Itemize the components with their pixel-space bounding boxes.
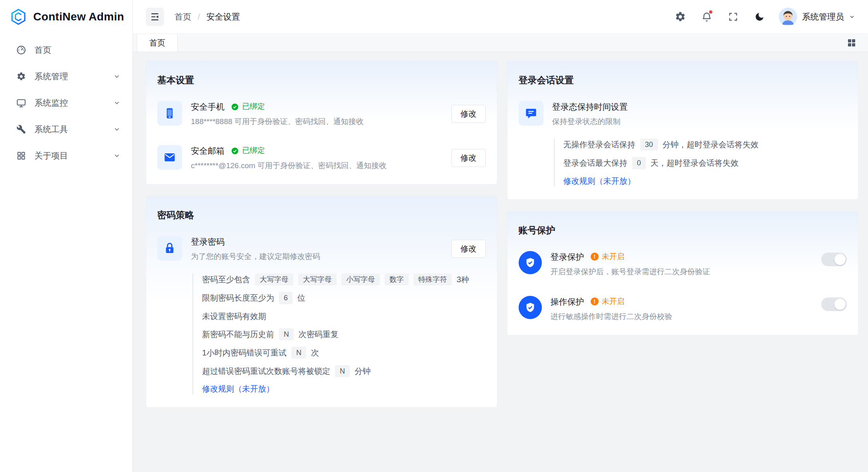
badge-label: 未开启 <box>602 296 625 307</box>
session-rule-max: 登录会话最大保持 0 天，超时登录会话将失效 <box>563 157 847 169</box>
row-title: 安全邮箱 已绑定 <box>191 145 443 157</box>
sidebar-item-about-project[interactable]: 关于项目 <box>0 143 132 169</box>
row-title: 操作保护 ! 未开启 <box>551 296 813 307</box>
chat-icon <box>519 101 543 126</box>
dark-mode-button[interactable] <box>752 10 767 24</box>
header-left: 首页 / 安全设置 <box>146 8 240 26</box>
chevron-down-icon <box>849 14 855 20</box>
item-title: 登录保护 <box>551 251 584 263</box>
breadcrumb-home[interactable]: 首页 <box>174 11 191 22</box>
app-title: ContiNew Admin <box>33 10 124 23</box>
rule-text: 登录会话最大保持 <box>563 157 627 169</box>
badge-label: 已绑定 <box>242 101 265 112</box>
item-title: 安全邮箱 <box>191 145 225 157</box>
breadcrumb: 首页 / 安全设置 <box>174 11 240 22</box>
rule-value-tag: 6 <box>279 292 293 304</box>
operation-protection-row: 操作保护 ! 未开启 进行敏感操作时需进行二次身份校验 <box>519 296 847 322</box>
grid-icon <box>16 151 26 161</box>
password-rule-expiry: 未设置密码有效期 <box>202 311 486 322</box>
rule-tag: 小写字母 <box>341 273 380 285</box>
menu-collapse-icon <box>150 12 160 22</box>
top-header: 首页 / 安全设置 <box>133 0 868 34</box>
card-title: 基本设置 <box>157 74 486 86</box>
bound-badge: 已绑定 <box>231 101 265 112</box>
modify-phone-button[interactable]: 修改 <box>451 105 486 123</box>
tab-actions-button[interactable] <box>846 37 858 49</box>
user-menu[interactable]: 系统管理员 <box>779 8 855 26</box>
notifications-button[interactable] <box>700 10 714 24</box>
sidebar-item-system-monitor[interactable]: 系统监控 <box>0 90 132 116</box>
row-body: 登录密码 为了您的账号安全，建议定期修改密码 <box>191 236 443 262</box>
sidebar-item-label: 首页 <box>34 44 51 56</box>
right-column: 登录会话设置 登录态保持时间设置 保持登录状态的限制 <box>507 61 859 335</box>
login-password-row: 登录密码 为了您的账号安全，建议定期修改密码 修改 <box>157 236 486 262</box>
bound-badge: 已绑定 <box>231 145 265 156</box>
security-phone-row: 安全手机 已绑定 188****8888 可用于身份验证、密码找回、通知接收 <box>157 101 486 127</box>
rule-text: 分钟，超时登录会话将失效 <box>663 139 759 150</box>
shield-check-icon <box>519 251 542 274</box>
password-rule-retry: 1小时内密码错误可重试 N 次 <box>202 347 486 359</box>
sidebar-collapse-button[interactable] <box>146 8 164 26</box>
breadcrumb-current: 安全设置 <box>206 11 240 22</box>
password-rule-history: 新密码不能与历史前 N 次密码重复 <box>202 328 486 340</box>
login-session-card: 登录会话设置 登录态保持时间设置 保持登录状态的限制 <box>507 61 859 200</box>
modify-session-rules-link[interactable]: 修改规则（未开放） <box>563 176 847 187</box>
badge-label: 已绑定 <box>242 145 265 156</box>
modify-password-button[interactable]: 修改 <box>451 240 486 258</box>
rule-text: 无操作登录会话保持 <box>563 139 635 150</box>
sidebar-item-system-management[interactable]: 系统管理 <box>0 63 132 90</box>
moon-icon <box>754 12 765 22</box>
rule-text: 超过错误密码重试次数账号将被锁定 <box>202 366 330 377</box>
rule-tag: 大写字母 <box>255 273 293 285</box>
rule-text: 新密码不能与历史前 <box>202 329 274 340</box>
rule-text: 分钟 <box>355 366 371 377</box>
chevron-down-icon <box>113 152 120 159</box>
operation-protection-toggle[interactable] <box>821 297 847 311</box>
phone-icon <box>157 101 182 126</box>
login-protection-toggle[interactable] <box>821 253 847 266</box>
item-title: 操作保护 <box>551 296 584 307</box>
sidebar-item-home[interactable]: 首页 <box>0 37 132 63</box>
modify-email-button[interactable]: 修改 <box>451 149 486 167</box>
warning-circle-icon: ! <box>591 253 599 261</box>
card-title: 账号保护 <box>519 224 847 237</box>
settings-icon <box>675 11 686 22</box>
item-description: 188****8888 可用于身份验证、密码找回、通知接收 <box>191 116 443 127</box>
fullscreen-button[interactable] <box>726 10 740 24</box>
rule-text: 位 <box>297 292 305 303</box>
row-body: 登录态保持时间设置 保持登录状态的限制 <box>552 101 847 127</box>
sidebar-item-label: 系统工具 <box>34 124 68 135</box>
row-body: 操作保护 ! 未开启 进行敏感操作时需进行二次身份校验 <box>551 296 813 322</box>
logo[interactable]: ContiNew Admin <box>0 0 132 34</box>
chevron-down-icon <box>113 73 120 80</box>
fullscreen-icon <box>728 12 738 22</box>
sidebar-item-label: 系统监控 <box>34 97 68 108</box>
shield-check-icon <box>519 296 542 319</box>
login-protection-row: 登录保护 ! 未开启 开启登录保护后，账号登录需进行二次身份验证 <box>519 251 847 277</box>
check-circle-icon <box>231 147 239 155</box>
sidebar-item-system-tools[interactable]: 系统工具 <box>0 116 132 143</box>
item-description: c********@126.com 可用于身份验证、密码找回、通知接收 <box>191 161 443 171</box>
app-logo-icon <box>10 8 27 26</box>
session-rules-list: 无操作登录会话保持 30 分钟，超时登录会话将失效 登录会话最大保持 0 天，超… <box>554 139 847 187</box>
account-protection-card: 账号保护 登录保护 ! 未开启 <box>507 211 859 335</box>
session-keep-row: 登录态保持时间设置 保持登录状态的限制 <box>519 101 847 127</box>
item-description: 保持登录状态的限制 <box>552 116 847 127</box>
card-title: 密码策略 <box>157 209 486 221</box>
password-rule-length: 限制密码长度至少为 6 位 <box>202 292 486 304</box>
app-window: ContiNew Admin 首页 系统管理 系统监控 <box>0 0 868 472</box>
breadcrumb-separator: / <box>198 12 200 22</box>
gear-icon <box>16 71 26 82</box>
tab-home[interactable]: 首页 <box>137 34 178 52</box>
rule-value-tag: 0 <box>632 157 646 169</box>
modify-password-rules-link[interactable]: 修改规则（未开放） <box>202 384 486 394</box>
main-area: 首页 / 安全设置 <box>133 0 868 472</box>
settings-button[interactable] <box>673 10 688 24</box>
rule-text: 3种 <box>457 274 469 285</box>
rule-tag: 数字 <box>385 273 409 285</box>
item-description: 进行敏感操作时需进行二次身份校验 <box>551 311 813 322</box>
tab-label: 首页 <box>149 38 165 48</box>
rule-value-tag: N <box>291 347 306 359</box>
rule-text: 限制密码长度至少为 <box>202 292 274 303</box>
page-content: 基本设置 安全手机 <box>133 52 868 472</box>
